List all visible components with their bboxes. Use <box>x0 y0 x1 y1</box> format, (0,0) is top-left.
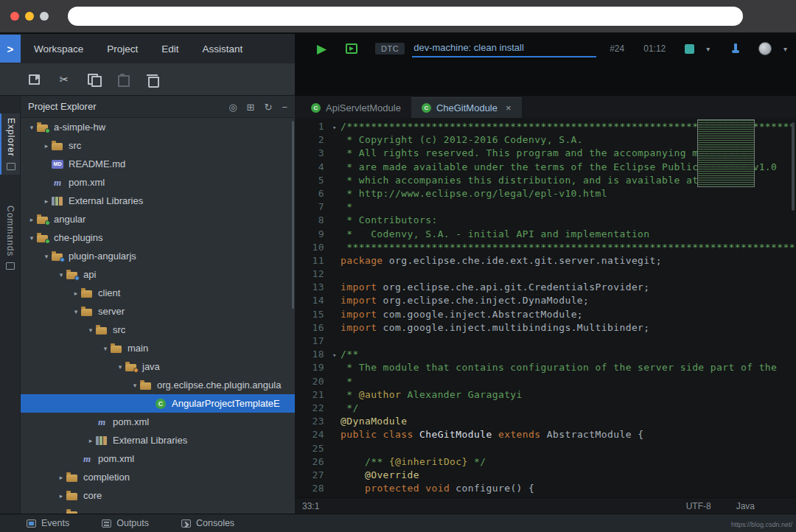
stop-button[interactable] <box>685 44 694 54</box>
line-number: 10 <box>295 242 329 255</box>
sidebar-tab-commands[interactable]: Commands <box>0 201 20 274</box>
code-line: 15import com.google.inject.AbstractModul… <box>295 309 796 322</box>
minimize-panel-icon[interactable]: − <box>282 102 287 113</box>
paste-icon[interactable] <box>115 72 131 87</box>
expand-arrow-icon[interactable]: ▾ <box>115 363 125 371</box>
tree-item[interactable]: ▸core <box>21 486 295 505</box>
run-command-button[interactable]: ▶ <box>317 41 327 57</box>
expand-arrow-icon[interactable]: ▸ <box>27 216 37 223</box>
expand-arrow-icon[interactable]: ▾ <box>27 124 37 131</box>
tree-item[interactable]: ▾server <box>21 302 295 321</box>
fold-marker-icon <box>329 214 341 228</box>
tree-item[interactable]: ▾api <box>21 265 295 284</box>
tree-item[interactable]: ▾org.eclipse.che.plugin.angula <box>21 376 295 394</box>
tree-item[interactable]: pom.xml <box>21 449 295 468</box>
tree-item[interactable]: pom.xml <box>21 413 295 431</box>
tree-item[interactable]: ▸External Libraries <box>21 192 295 210</box>
expand-arrow-icon[interactable]: ▾ <box>27 234 37 242</box>
editor-tab-label: CheGitModule <box>436 102 498 113</box>
encoding-selector[interactable]: UTF-8 <box>686 501 711 511</box>
expand-arrow-icon[interactable]: ▸ <box>41 142 52 150</box>
menu-item-edit[interactable]: Edit <box>161 43 178 55</box>
editor-tab-chegitmodule[interactable]: CheGitModule× <box>411 97 522 118</box>
fold-marker-icon <box>329 456 341 469</box>
line-number: 19 <box>295 362 329 375</box>
line-number: 25 <box>295 443 329 456</box>
expand-arrow-icon[interactable]: ▾ <box>41 253 52 260</box>
tree-item[interactable]: ▾java <box>21 357 295 376</box>
events-icon <box>27 519 36 528</box>
expand-arrow-icon[interactable]: ▸ <box>56 492 66 500</box>
tree-item[interactable]: ▸External Libraries <box>21 431 295 449</box>
cut-icon[interactable]: ✂ <box>56 72 72 87</box>
fold-marker-icon[interactable]: ▾ <box>329 349 341 362</box>
refresh-icon[interactable]: ↻ <box>265 102 273 113</box>
locate-file-icon[interactable]: ◎ <box>228 102 237 113</box>
panel-tab-outputs[interactable]: Outputs <box>102 518 149 528</box>
line-number: 21 <box>295 389 329 402</box>
tree-item[interactable]: ▾src <box>21 321 295 339</box>
copy-icon[interactable] <box>85 72 102 87</box>
tree-item[interactable]: ▾main <box>21 339 295 357</box>
close-tab-icon[interactable]: × <box>506 102 512 113</box>
menu-item-assistant[interactable]: Assistant <box>203 43 243 55</box>
expand-arrow-icon[interactable]: ▾ <box>100 345 111 352</box>
fold-marker-icon <box>329 322 341 335</box>
tree-item[interactable]: README.md <box>21 155 295 173</box>
menu-item-workspace[interactable]: Workspace <box>34 43 83 55</box>
expand-arrow-icon[interactable]: ▸ <box>56 474 66 481</box>
bottom-panel: EventsOutputsConsoles <box>0 514 796 532</box>
project-folder-icon <box>37 233 49 243</box>
menu-item-project[interactable]: Project <box>107 43 138 55</box>
minimize-window-button[interactable] <box>25 12 34 21</box>
expand-arrow-icon[interactable]: ▾ <box>85 326 96 334</box>
expand-arrow-icon[interactable]: ▸ <box>85 437 96 444</box>
expand-arrow-icon[interactable]: ▸ <box>41 197 52 205</box>
editor-tab-apiservletmodule[interactable]: ApiServletModule <box>301 97 411 118</box>
tree-item[interactable]: ▾a-simple-hw <box>21 118 295 136</box>
line-number: 18 <box>295 349 329 362</box>
expand-arrow-icon[interactable]: ▾ <box>56 271 66 279</box>
expand-arrow-icon[interactable]: ▾ <box>71 308 81 315</box>
close-window-button[interactable] <box>10 12 19 21</box>
tree-item[interactable]: ▸src <box>21 136 295 155</box>
zoom-window-button[interactable] <box>40 12 49 21</box>
expand-arrow-icon[interactable]: ▾ <box>130 382 140 389</box>
sidebar-tab-label: Explorer <box>6 118 16 157</box>
delete-icon[interactable] <box>144 72 161 87</box>
panel-tab-consoles[interactable]: Consoles <box>181 518 234 528</box>
collapse-all-icon[interactable]: ⊞ <box>247 102 255 113</box>
command-dropdown-icon[interactable]: ▾ <box>706 45 710 53</box>
tree-item-label: java <box>142 361 160 372</box>
user-menu[interactable]: ▾ <box>758 42 787 55</box>
language-indicator[interactable]: Java <box>736 501 755 511</box>
tree-item[interactable]: ▾che-plugins <box>21 228 295 247</box>
debug-icon[interactable] <box>346 43 357 54</box>
fold-marker-icon <box>329 147 341 161</box>
tree-item[interactable]: ▸completion <box>21 468 295 486</box>
folder-icon <box>81 307 94 317</box>
fold-marker-icon[interactable]: ▾ <box>329 121 341 134</box>
tree-item[interactable]: ▸angular <box>21 210 295 228</box>
address-bar[interactable] <box>68 7 743 26</box>
code-editor[interactable]: 1▾/*************************************… <box>295 118 796 497</box>
plug-icon[interactable] <box>730 43 741 54</box>
fold-marker-icon <box>329 134 341 147</box>
panel-tab-events[interactable]: Events <box>27 518 69 528</box>
che-logo-button[interactable]: > <box>0 35 21 63</box>
tree-item[interactable]: pom.xml <box>21 173 295 192</box>
editor-scrollbar[interactable] <box>792 122 795 211</box>
explorer-scrollbar[interactable] <box>292 121 294 309</box>
tree-item[interactable]: AngularProjectTemplateE <box>21 394 295 413</box>
minimap[interactable] <box>697 119 755 187</box>
tree-item[interactable]: ▾plugin-angularjs <box>21 247 295 265</box>
editor-status-bar: 33:1 UTF-8 Java <box>295 497 796 514</box>
fold-marker-icon <box>329 309 341 322</box>
tree-item[interactable]: ▸ <box>21 505 295 514</box>
code-line: 6 * http://www.eclipse.org/legal/epl-v10… <box>295 188 796 201</box>
tree-item[interactable]: ▸client <box>21 284 295 302</box>
import-project-icon[interactable] <box>27 72 43 87</box>
expand-arrow-icon[interactable]: ▸ <box>71 290 81 297</box>
command-selector-field[interactable]: dev-machine: clean install <box>412 41 596 57</box>
sidebar-tab-explorer[interactable]: Explorer <box>0 113 20 175</box>
